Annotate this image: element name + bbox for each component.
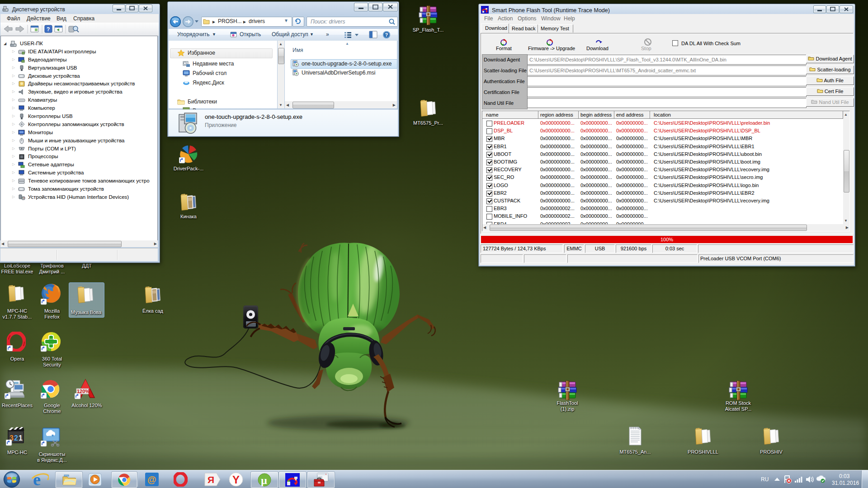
svg-text:2: 2 xyxy=(14,434,18,442)
svg-text:Я: Я xyxy=(208,474,214,485)
svg-text:µ: µ xyxy=(261,474,267,486)
svg-text:@: @ xyxy=(147,474,156,484)
svg-text:?: ? xyxy=(47,26,50,33)
svg-text:?: ? xyxy=(385,32,388,38)
svg-text:Y: Y xyxy=(232,474,240,486)
svg-text:1: 1 xyxy=(19,434,23,442)
